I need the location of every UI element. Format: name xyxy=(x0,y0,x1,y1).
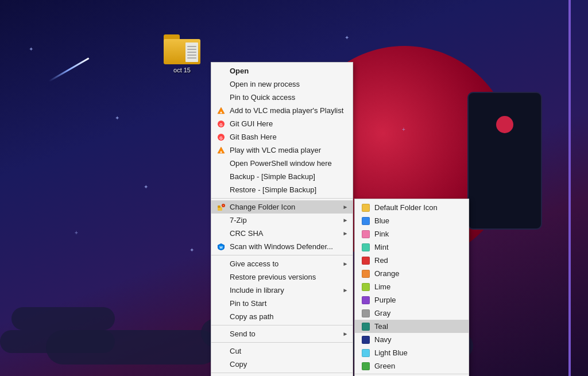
star-5: ✦ xyxy=(144,184,148,190)
arrow-right-icon: ► xyxy=(342,204,348,210)
svg-text:G: G xyxy=(219,122,223,126)
menu-item-scan-defender[interactable]: W Scan with Windows Defender... xyxy=(211,240,353,253)
folder-name-label: oct 15 xyxy=(173,67,191,73)
bg-vertical-line xyxy=(568,0,571,376)
svg-point-7 xyxy=(220,151,222,153)
menu-item-include-library[interactable]: Include in library ► xyxy=(211,284,353,297)
submenu-item-orange[interactable]: Orange xyxy=(355,267,469,280)
submenu-item-default[interactable]: Default Folder Icon xyxy=(355,201,469,214)
folder-body xyxy=(164,39,200,64)
svg-text:W: W xyxy=(219,245,223,249)
menu-item-open-new-process[interactable]: Open in new process xyxy=(211,77,353,91)
paper-line-3 xyxy=(187,52,196,53)
bg-device xyxy=(467,92,542,230)
submenu-item-lime[interactable]: Lime xyxy=(355,280,469,293)
menu-item-restore[interactable]: Restore - [Simple Backup] xyxy=(211,183,353,196)
menu-item-play-vlc[interactable]: Play with VLC media player xyxy=(211,144,353,157)
submenu-item-pink[interactable]: Pink xyxy=(355,227,469,241)
menu-item-restore-versions[interactable]: Restore previous versions xyxy=(211,270,353,284)
git-icon-1: G xyxy=(216,119,226,129)
paper-line-2 xyxy=(187,49,196,50)
desktop: ✦ ✦ ✦ + ✦ ✦ + ✦ ✦ oct 15 Ope xyxy=(0,0,588,376)
menu-item-7zip[interactable]: 7-Zip ► xyxy=(211,214,353,227)
cloud-2 xyxy=(46,330,218,365)
arrow-right-give-access: ► xyxy=(342,261,348,267)
bg-device-dot xyxy=(496,116,513,133)
menu-item-pin-start[interactable]: Pin to Start xyxy=(211,297,353,310)
folder-icon-submenu[interactable]: Default Folder Icon Blue Pink Mint Red xyxy=(354,199,469,376)
menu-item-open[interactable]: Open xyxy=(211,64,353,77)
submenu-item-gray[interactable]: Gray xyxy=(355,307,469,320)
menu-item-backup[interactable]: Backup - [Simple Backup] xyxy=(211,170,353,183)
menu-item-copy[interactable]: Copy xyxy=(211,358,353,371)
swatch-blue xyxy=(362,217,370,225)
separator-5 xyxy=(211,373,353,373)
swatch-orange xyxy=(362,270,370,278)
menu-item-copy-path[interactable]: Copy as path xyxy=(211,310,353,323)
menu-item-add-vlc[interactable]: Add to VLC media player's Playlist xyxy=(211,104,353,117)
star-3: ✦ xyxy=(345,34,349,41)
desktop-folder[interactable]: oct 15 xyxy=(164,34,200,73)
menu-item-git-bash[interactable]: G Git Bash Here xyxy=(211,130,353,144)
swatch-light-blue xyxy=(362,349,370,357)
separator-2 xyxy=(211,255,353,255)
swatch-gray xyxy=(362,309,370,317)
swatch-teal xyxy=(362,323,370,331)
separator-3 xyxy=(211,325,353,325)
git-icon-2: G xyxy=(216,132,226,142)
menu-item-crc-sha[interactable]: CRC SHA ► xyxy=(211,227,353,240)
submenu-separator xyxy=(355,374,469,374)
folder-paper xyxy=(185,42,198,62)
menu-item-powershell[interactable]: Open PowerShell window here xyxy=(211,157,353,170)
swatch-navy xyxy=(362,336,370,344)
folder-painter-icon xyxy=(216,202,226,212)
menu-item-git-gui[interactable]: G Git GUI Here xyxy=(211,117,353,130)
vlc-icon-2 xyxy=(216,145,226,156)
separator-4 xyxy=(211,342,353,343)
menu-item-pin-quick-access[interactable]: Pin to Quick access xyxy=(211,91,353,104)
cloud-4 xyxy=(11,307,115,330)
arrow-right-crc: ► xyxy=(342,230,348,237)
star-9: ✦ xyxy=(189,247,194,253)
star-1: ✦ xyxy=(29,46,33,52)
swatch-lime xyxy=(362,283,370,291)
star-7: + xyxy=(75,230,78,236)
menu-item-send-to[interactable]: Send to ► xyxy=(211,327,353,340)
swatch-red xyxy=(362,257,370,265)
submenu-item-light-blue[interactable]: Light Blue xyxy=(355,346,469,359)
submenu-item-teal[interactable]: Teal xyxy=(355,320,469,333)
paper-line-5 xyxy=(187,57,196,59)
submenu-item-blue[interactable]: Blue xyxy=(355,214,469,227)
star-4: + xyxy=(402,126,405,133)
arrow-right-send-to: ► xyxy=(342,331,348,337)
submenu-item-mint[interactable]: Mint xyxy=(355,241,469,254)
menu-item-give-access[interactable]: Give access to ► xyxy=(211,257,353,270)
submenu-item-navy[interactable]: Navy xyxy=(355,333,469,346)
arrow-right-library: ► xyxy=(342,287,348,293)
svg-text:G: G xyxy=(219,135,223,139)
context-menu[interactable]: Open Open in new process Pin to Quick ac… xyxy=(211,62,353,376)
separator-1 xyxy=(211,198,353,199)
swatch-default xyxy=(362,204,370,212)
swatch-purple xyxy=(362,296,370,304)
paper-line-4 xyxy=(187,55,196,56)
swatch-mint xyxy=(362,243,370,251)
defender-icon: W xyxy=(216,242,226,252)
vlc-icon xyxy=(216,106,226,116)
shooting-star xyxy=(49,57,90,82)
menu-item-change-folder-icon[interactable]: Change Folder Icon ► Default Folder Icon… xyxy=(211,200,353,214)
svg-point-11 xyxy=(223,204,225,206)
swatch-green xyxy=(362,362,370,370)
svg-point-1 xyxy=(220,111,222,113)
folder-icon-graphic xyxy=(164,34,200,64)
submenu-item-green[interactable]: Green xyxy=(355,359,469,373)
menu-item-cut[interactable]: Cut xyxy=(211,344,353,358)
arrow-right-7zip: ► xyxy=(342,217,348,223)
submenu-item-red[interactable]: Red xyxy=(355,254,469,267)
svg-rect-9 xyxy=(218,206,220,208)
swatch-pink xyxy=(362,230,370,238)
star-2: ✦ xyxy=(115,115,119,121)
submenu-item-purple[interactable]: Purple xyxy=(355,293,469,307)
paper-line-1 xyxy=(187,46,196,47)
